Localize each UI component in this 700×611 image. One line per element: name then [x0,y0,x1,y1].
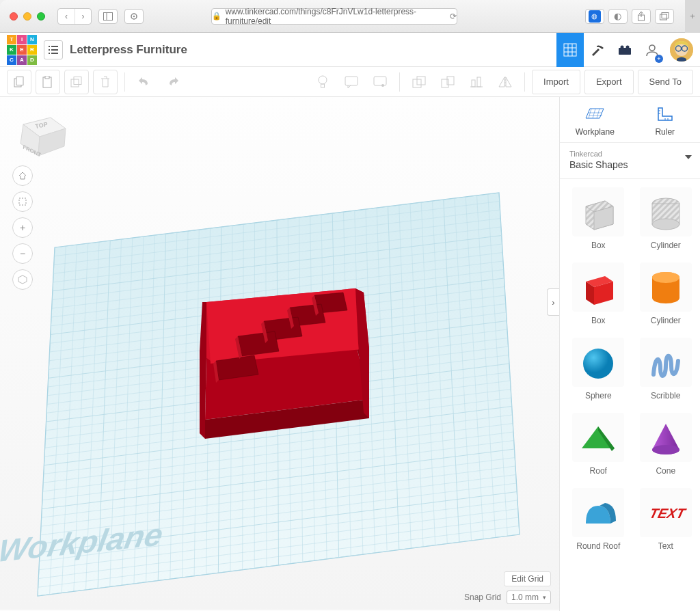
shape-item-rroof-blue[interactable]: Round Roof [568,488,629,551]
tinkercad-logo[interactable]: TIN KER CAD [7,35,37,65]
shape-thumb [640,338,692,387]
header-right: + [556,33,693,67]
ruler-tool[interactable]: Ruler [630,97,701,142]
snap-grid-value: 1.0 mm [511,593,539,602]
redo-button[interactable] [161,70,185,94]
ruler-icon [656,105,675,123]
svg-rect-36 [345,77,358,85]
svg-rect-153 [19,198,26,205]
shapes-panel: Workplane Ruler Tinkercad Basic Shapes B… [559,97,700,611]
bulb-button[interactable] [310,70,335,94]
shape-item-cyl-striped[interactable]: Cylinder [636,187,697,250]
shapes-list[interactable]: BoxCylinderBoxCylinderSphereScribbleRoof… [560,179,700,611]
align-button[interactable] [464,70,489,94]
send-to-button[interactable]: Send To [638,70,693,94]
tabs-icon [660,12,669,21]
shape-item-scribble[interactable]: Scribble [636,338,697,400]
tabs-button[interactable] [655,9,674,24]
onepass-button[interactable]: ◍ [585,9,604,24]
document-title[interactable]: Letterpress Furniture [70,43,187,57]
undo-button[interactable] [132,70,157,94]
svg-marker-154 [18,275,27,284]
shape-label: Box [568,316,629,325]
sidebar-toggle-button[interactable] [98,9,118,24]
shield-icon: ◐ [614,11,621,21]
ortho-icon [18,275,27,284]
fit-view-button[interactable] [12,191,33,212]
close-window-button[interactable] [10,12,18,21]
reload-icon[interactable]: ⟳ [450,12,457,21]
import-button[interactable]: Import [532,70,580,94]
ortho-button[interactable] [12,269,33,290]
url-bar[interactable]: 🔒 www.tinkercad.com/things/c8FrJnVLw1d-l… [211,8,457,25]
undo-icon [138,77,150,87]
ruler-tool-label: Ruler [655,127,675,137]
ungroup-button[interactable] [435,70,460,94]
svg-point-180 [583,349,613,379]
paste-button[interactable] [36,70,60,94]
shape-thumb [640,262,692,312]
shape-item-box-striped[interactable]: Box [568,187,629,250]
design-mode-button[interactable] [556,33,584,67]
zoom-in-button[interactable]: + [12,217,33,238]
browser-right-controls: ◍ ◐ [585,9,674,24]
svg-point-38 [381,84,384,87]
privacy-button[interactable]: ◐ [608,9,628,24]
edit-grid-button[interactable]: Edit Grid [504,571,551,586]
shape-thumb [572,187,624,236]
zoom-out-button[interactable]: − [12,243,33,264]
mirror-button[interactable] [493,70,517,94]
toolbar-separator [524,72,525,92]
shape-item-box-red[interactable]: Box [568,262,629,325]
redo-icon [167,77,179,87]
reader-button[interactable] [124,9,144,24]
shape-item-cyl-orange[interactable]: Cylinder [636,262,697,325]
svg-rect-37 [374,77,386,85]
canvas-area[interactable]: Workplane TOP FRONT + − › Edit Grid Snap… [0,97,559,611]
new-tab-button[interactable]: + [685,0,700,33]
copy-button[interactable] [7,70,31,94]
minimize-window-button[interactable] [23,12,31,21]
shape-thumb [640,187,692,236]
panel-collapse-button[interactable]: › [547,288,559,316]
svg-rect-32 [71,79,79,87]
shape-item-cone-purple[interactable]: Cone [636,413,697,476]
delete-button[interactable] [93,70,118,94]
group-icon [412,76,426,88]
svg-point-179 [652,272,679,283]
shape-label: Scribble [636,391,697,400]
svg-line-160 [597,109,600,118]
svg-point-174 [652,219,679,230]
avatar-icon [670,38,693,62]
workplane-tool[interactable]: Workplane [560,97,630,142]
svg-line-159 [593,109,595,118]
group-button[interactable] [407,70,431,94]
notes-button[interactable] [339,70,364,94]
invite-user-button[interactable]: + [638,33,666,67]
duplicate-button[interactable] [64,70,89,94]
blocks-mode-button[interactable] [611,33,638,67]
svg-rect-6 [660,14,667,20]
svg-rect-33 [74,77,81,84]
bricks-mode-button[interactable] [584,33,611,67]
home-view-button[interactable] [12,165,33,186]
maximize-window-button[interactable] [37,12,45,21]
snap-grid-select[interactable]: 1.0 mm ▾ [507,590,551,604]
back-button[interactable]: ‹ [58,9,75,24]
home-icon [18,171,27,180]
model-object[interactable] [200,288,369,439]
forward-button[interactable]: › [75,9,91,24]
viewcube[interactable]: TOP FRONT [12,105,71,160]
design-list-button[interactable] [44,40,63,59]
user-avatar[interactable] [670,38,693,62]
shape-category-dropdown[interactable]: Tinkercad Basic Shapes [560,143,700,179]
export-button[interactable]: Export [584,70,634,94]
shape-item-roof-green[interactable]: Roof [568,413,629,476]
show-all-button[interactable] [368,70,392,94]
share-button[interactable] [632,9,651,24]
shape-item-sphere-blue[interactable]: Sphere [568,338,629,400]
lock-icon: 🔒 [212,12,221,21]
window-controls [10,12,45,21]
shape-label: Cone [636,466,697,476]
shape-item-text-red[interactable]: TEXTText [636,488,697,551]
